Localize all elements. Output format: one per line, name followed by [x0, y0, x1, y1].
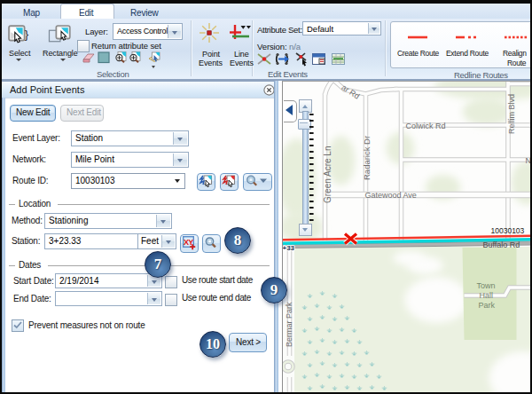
- svg-text:}: }: [25, 28, 29, 41]
- svg-text:+33: +33: [283, 244, 295, 252]
- svg-text:Buffalo Rd: Buffalo Rd: [483, 240, 520, 248]
- svg-text:Gatewood Ave: Gatewood Ave: [365, 190, 417, 199]
- svg-text:Park: Park: [479, 301, 496, 310]
- svg-text:10030103: 10030103: [491, 226, 525, 235]
- svg-text:Town: Town: [477, 281, 496, 290]
- svg-text:Radarick Dr: Radarick Dr: [362, 135, 372, 179]
- svg-text:Rellim Blvd: Rellim Blvd: [507, 93, 516, 133]
- svg-text:Green Acre Ln: Green Acre Ln: [323, 146, 332, 202]
- svg-text:Hall: Hall: [480, 291, 494, 300]
- svg-text:Colwick Rd: Colwick Rd: [406, 121, 446, 130]
- svg-text:Bermar Park: Bermar Park: [285, 301, 293, 346]
